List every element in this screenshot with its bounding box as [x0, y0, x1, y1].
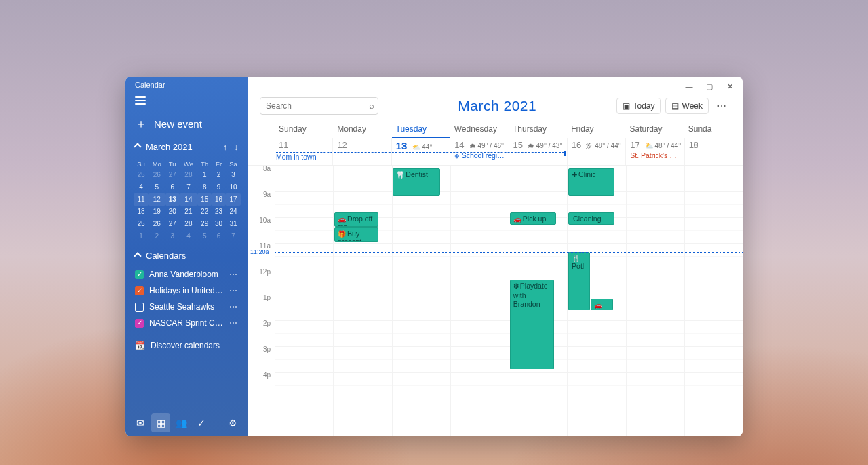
mini-cal-day[interactable]: 2 — [149, 230, 165, 242]
day-header[interactable]: Tuesday — [392, 119, 450, 138]
day-header[interactable]: Sunda — [684, 119, 743, 138]
mini-cal-day[interactable]: 28 — [180, 218, 198, 230]
mini-cal-day[interactable]: 7 — [226, 230, 241, 242]
mini-cal-day[interactable]: 1 — [134, 230, 149, 242]
month-navigator[interactable]: March 2021 ↑ ↓ — [125, 139, 248, 155]
calendar-event[interactable]: 🚗Pick up pics — [510, 212, 556, 225]
calendar-event[interactable]: 🎁Buy present — [334, 227, 378, 242]
calendar-more-icon[interactable]: ⋯ — [229, 269, 238, 279]
calendar-list-item[interactable]: Seattle Seahawks ⋯ — [135, 299, 245, 315]
day-column[interactable] — [626, 166, 684, 436]
calendar-list-item[interactable]: Anna Vanderbloom ⋯ — [135, 266, 245, 282]
mini-cal-day[interactable]: 1 — [197, 169, 212, 181]
mail-nav-icon[interactable]: ✉ — [131, 413, 150, 432]
calendar-event[interactable]: 🚗Mar — [591, 299, 612, 310]
calendar-event[interactable]: 🍴Potl — [568, 252, 590, 310]
hamburger-icon[interactable] — [125, 92, 248, 109]
day-column[interactable] — [450, 166, 509, 436]
allday-event[interactable]: St. Patrick's Day — [630, 151, 681, 160]
mini-cal-day[interactable]: 25 — [134, 218, 149, 230]
mini-cal-day[interactable]: 8 — [197, 181, 212, 193]
calendar-event[interactable]: 🚗Drop off mo — [334, 212, 378, 227]
day-column[interactable]: ✚ClinicCleaning🍴Potl🚗Mar — [567, 166, 625, 436]
calendar-more-icon[interactable]: ⋯ — [229, 286, 238, 295]
mini-cal-day[interactable]: 4 — [134, 181, 149, 193]
date-cell[interactable]: 11 Mom in town — [275, 138, 332, 165]
calendar-event[interactable]: ✻Playdate with Brandon — [510, 280, 554, 369]
mini-cal-day[interactable]: 5 — [197, 230, 212, 242]
calendar-list-item[interactable]: NASCAR Sprint Cup ⋯ — [135, 315, 245, 331]
mini-cal-day[interactable]: 26 — [149, 169, 165, 181]
mini-cal-day[interactable]: 20 — [165, 206, 180, 218]
mini-cal-day[interactable]: 10 — [226, 181, 241, 193]
day-header[interactable]: Friday — [567, 119, 625, 138]
mini-cal-day[interactable]: 17 — [226, 193, 241, 206]
day-header[interactable]: Wednesday — [450, 119, 509, 138]
mini-cal-day[interactable]: 27 — [165, 218, 180, 230]
new-event-button[interactable]: ＋ New event — [125, 109, 248, 139]
mini-cal-day[interactable]: 6 — [212, 230, 226, 242]
prev-month-arrow[interactable]: ↑ — [223, 143, 227, 152]
mini-cal-day[interactable]: 9 — [212, 181, 226, 193]
day-column[interactable]: 🦷Dentist — [392, 166, 450, 436]
day-column[interactable] — [684, 166, 743, 436]
date-cell[interactable]: 12 — [332, 138, 391, 165]
today-button[interactable]: ▣ Today — [616, 98, 661, 114]
mini-cal-day[interactable]: 11 — [134, 193, 149, 206]
mini-cal-day[interactable]: 13 — [165, 193, 180, 206]
search-input[interactable] — [260, 97, 378, 115]
mini-cal-day[interactable]: 12 — [149, 193, 165, 206]
mini-cal-day[interactable]: 28 — [180, 169, 198, 181]
day-header[interactable]: Thursday — [509, 119, 567, 138]
discover-calendars-button[interactable]: 📆 Discover calendars — [125, 334, 248, 357]
mini-cal-day[interactable]: 30 — [212, 218, 226, 230]
mini-calendar[interactable]: SuMoTuWeThFrSa25262728123456789101112131… — [125, 155, 248, 248]
mini-cal-day[interactable]: 29 — [197, 218, 212, 230]
todo-nav-icon[interactable]: ✓ — [192, 413, 211, 432]
calendar-more-icon[interactable]: ⋯ — [229, 318, 238, 328]
calendar-event[interactable]: ✚Clinic — [568, 168, 614, 196]
calendar-list-item[interactable]: Holidays in United States ⋯ — [135, 282, 245, 299]
next-month-arrow[interactable]: ↓ — [234, 143, 238, 152]
day-header[interactable]: Sunday — [275, 119, 333, 138]
mini-cal-day[interactable]: 15 — [197, 193, 212, 206]
mini-cal-day[interactable]: 18 — [134, 206, 149, 218]
settings-gear-icon[interactable]: ⚙ — [223, 413, 242, 432]
allday-event[interactable]: School registrati — [454, 151, 505, 160]
day-header[interactable]: Monday — [333, 119, 391, 138]
mini-cal-day[interactable]: 21 — [180, 206, 198, 218]
calendar-checkbox[interactable] — [135, 303, 144, 312]
mini-cal-day[interactable]: 26 — [149, 218, 165, 230]
mini-cal-day[interactable]: 27 — [165, 169, 180, 181]
calendar-grid[interactable]: 8a9a10a11a12p1p2p3p4p11:20a 🚗Drop off mo… — [248, 166, 743, 436]
mini-cal-day[interactable]: 14 — [180, 193, 198, 206]
close-button[interactable]: ✕ — [719, 78, 740, 94]
search-icon[interactable]: ⌕ — [369, 100, 374, 111]
day-header[interactable]: Saturday — [626, 119, 684, 138]
mini-cal-day[interactable]: 7 — [180, 181, 198, 193]
date-cell[interactable]: 14 🌧 49° / 46° School registrati — [450, 138, 508, 165]
calendar-event[interactable]: 🦷Dentist — [393, 168, 440, 196]
mini-cal-day[interactable]: 3 — [226, 169, 241, 181]
date-cell[interactable]: 13 ⛅ 44° — [391, 138, 450, 165]
calendar-nav-icon[interactable]: ▦ — [151, 413, 170, 432]
calendars-header[interactable]: Calendars — [125, 248, 248, 263]
mini-cal-day[interactable]: 6 — [165, 181, 180, 193]
minimize-button[interactable]: — — [679, 78, 699, 94]
day-column[interactable]: 🚗Drop off mo🎁Buy present — [333, 166, 391, 436]
mini-cal-day[interactable]: 22 — [197, 206, 212, 218]
calendar-checkbox[interactable] — [135, 270, 144, 279]
mini-cal-day[interactable]: 25 — [134, 169, 149, 181]
week-view-button[interactable]: ▤ Week — [665, 98, 709, 114]
day-column[interactable]: 🚗Pick up pics✻Playdate with Brandon — [509, 166, 567, 436]
day-column[interactable] — [275, 166, 333, 436]
mini-cal-day[interactable]: 2 — [212, 169, 226, 181]
date-cell[interactable]: 16 🌫 48° / 44° — [567, 138, 625, 165]
calendar-checkbox[interactable] — [135, 319, 144, 328]
calendar-event[interactable]: Cleaning — [568, 212, 614, 225]
mini-cal-day[interactable]: 23 — [212, 206, 226, 218]
more-options-icon[interactable]: ⋯ — [713, 98, 730, 114]
calendar-more-icon[interactable]: ⋯ — [229, 302, 238, 312]
mini-cal-day[interactable]: 31 — [226, 218, 241, 230]
people-nav-icon[interactable]: 👥 — [172, 413, 191, 432]
